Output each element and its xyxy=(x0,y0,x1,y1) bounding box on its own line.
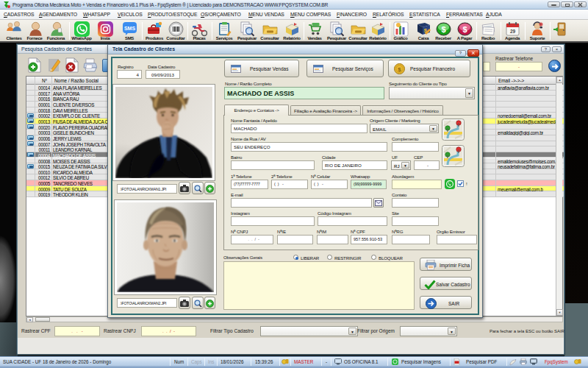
svg-text:$: $ xyxy=(441,25,445,34)
svg-text:$: $ xyxy=(462,25,467,34)
svg-text:29: 29 xyxy=(509,29,515,34)
svg-text:SMS: SMS xyxy=(123,26,135,31)
svg-text:$: $ xyxy=(398,66,401,73)
